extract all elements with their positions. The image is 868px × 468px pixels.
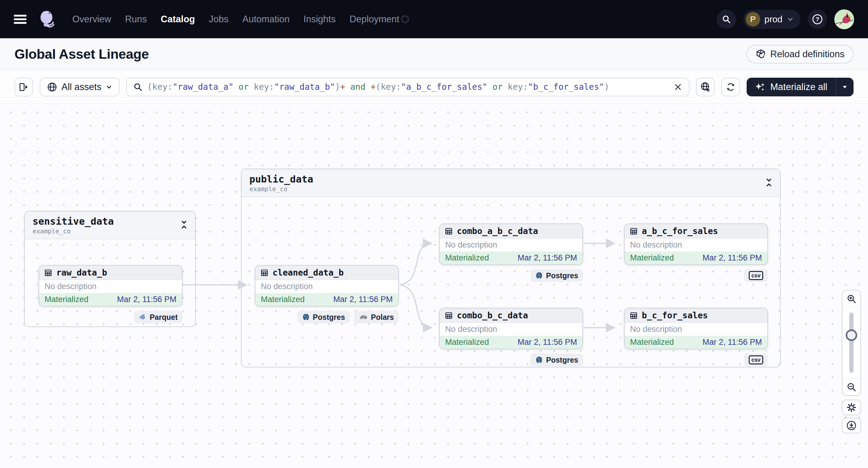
materialization-timestamp[interactable]: Mar 2, 11:56 PM [702,338,762,347]
asset-status-row: Materialized Mar 2, 11:56 PM [625,336,767,349]
parquet-badge[interactable]: Parquet [134,311,183,323]
nav-item-insights[interactable]: Insights [304,14,336,25]
hamburger-menu-icon[interactable] [14,15,27,24]
csv-icon: csv [749,271,763,280]
asset-scope-dropdown[interactable]: All assets [40,78,120,96]
nav-item-catalog[interactable]: Catalog [161,14,195,25]
status-badge: Materialized [445,253,489,262]
download-icon [846,420,857,431]
postgres-icon [302,313,310,321]
page-header: Global Asset Lineage Reload definitions [0,38,868,70]
asset-status-row: Materialized Mar 2, 11:56 PM [255,293,398,306]
postgres-badge[interactable]: Postgres [530,353,583,366]
asset-name: cleaned_data_b [273,268,344,278]
materialize-all-button[interactable]: Materialize all [747,78,854,96]
svg-text:?: ? [815,16,819,23]
materialization-timestamp[interactable]: Mar 2, 11:56 PM [518,253,577,262]
materialize-options-caret[interactable] [836,78,854,96]
materialization-timestamp[interactable]: Mar 2, 11:56 PM [518,338,577,347]
reload-definitions-button[interactable]: Reload definitions [746,45,854,64]
asset-scope-label: All assets [61,82,101,92]
panel-expand-icon [19,82,29,92]
asset-name: combo_a_b_c_data [457,226,538,236]
materialize-all-main[interactable]: Materialize all [747,78,836,96]
asset-node-header: raw_data_b [39,266,182,280]
materialization-timestamp[interactable]: Mar 2, 11:56 PM [117,295,177,304]
postgres-badge[interactable]: Postgres [297,311,350,323]
collapse-group-icon[interactable] [765,178,773,187]
nav-item-jobs[interactable]: Jobs [209,14,228,25]
table-icon [444,227,453,236]
table-icon [260,269,269,277]
asset-badges: Postgres [439,353,583,366]
status-badge: Materialized [445,338,489,347]
asset-node-header: cleaned_data_b [255,266,398,280]
help-icon: ? [812,13,823,25]
caret-down-icon [841,84,848,90]
postgres-icon [535,356,543,364]
top-nav: Overview Runs Catalog Jobs Automation In… [0,0,868,38]
postgres-badge[interactable]: Postgres [530,269,583,282]
asset-node-header: combo_a_b_c_data [440,224,583,239]
zoom-slider-thumb[interactable] [846,330,857,341]
asset-description: No description [625,239,767,251]
polars-icon [359,314,368,320]
asset-node-combo-a-b-c-data[interactable]: combo_a_b_c_data No description Material… [439,223,583,265]
deployment-switcher[interactable]: P prod [743,10,801,29]
status-badge: Materialized [630,338,674,347]
nav-item-runs[interactable]: Runs [125,14,147,25]
asset-node-raw-data-b[interactable]: raw_data_b No description Materialized M… [38,265,183,307]
csv-badge[interactable]: csv [744,269,768,282]
close-icon [674,83,682,91]
materialization-timestamp[interactable]: Mar 2, 11:56 PM [702,253,762,262]
nav-item-overview[interactable]: Overview [72,14,111,25]
toggle-sidebar-button[interactable] [14,78,33,96]
asset-status-row: Materialized Mar 2, 11:56 PM [625,251,767,264]
search-button[interactable] [717,10,736,29]
group-header[interactable]: public_data example_co [242,169,780,197]
globe-plus-icon [700,82,711,92]
asset-name: combo_b_c_data [457,311,528,320]
lineage-canvas[interactable]: sensitive_data example_co public_data ex… [0,104,868,468]
nav-right-cluster: P prod ? [717,9,854,29]
zoom-slider-track[interactable] [849,313,854,373]
asset-node-a-b-c-for-sales[interactable]: a_b_c_for_sales No description Materiali… [624,223,768,265]
asset-description: No description [255,280,398,293]
graph-settings-button[interactable] [842,400,861,415]
clear-search-button[interactable] [674,83,682,91]
nav-item-deployment[interactable]: Deployment [349,14,399,25]
zoom-in-button[interactable] [842,290,861,307]
asset-node-cleaned-data-b[interactable]: cleaned_data_b No description Materializ… [255,265,399,307]
sparkles-icon [755,82,765,92]
table-icon [629,227,638,236]
zoom-slider[interactable] [842,307,861,378]
asset-badges: csv [624,353,768,366]
csv-badge[interactable]: csv [744,353,768,366]
nav-item-automation[interactable]: Automation [243,14,290,25]
group-header[interactable]: sensitive_data example_co [25,211,195,239]
asset-search-input[interactable]: (key:"raw_data_a" or key:"raw_data_b")+ … [126,78,690,96]
asset-badges: Parquet [38,311,183,323]
user-avatar[interactable] [834,9,854,29]
asset-node-combo-b-c-data[interactable]: combo_b_c_data No description Materializ… [439,308,583,349]
refresh-button[interactable] [721,78,740,96]
polars-badge[interactable]: Polars [354,311,399,323]
badge-label: Postgres [313,313,345,322]
download-image-button[interactable] [842,418,861,433]
asset-node-b-c-for-sales[interactable]: b_c_for_sales No description Materialize… [624,308,768,349]
badge-label: Postgres [546,271,578,280]
zoom-in-icon [847,294,856,304]
asset-status-row: Materialized Mar 2, 11:56 PM [440,251,583,264]
asset-description: No description [39,280,182,293]
filter-settings-button[interactable] [696,78,715,96]
deployment-avatar: P [746,12,760,27]
asset-name: raw_data_b [56,268,107,278]
help-button[interactable]: ? [808,10,827,29]
dagster-logo-icon[interactable] [38,10,56,29]
group-title: sensitive_data [33,216,187,227]
collapse-group-icon[interactable] [180,220,188,229]
search-query[interactable]: (key:"raw_data_a" or key:"raw_data_b")+ … [147,82,669,92]
zoom-out-button[interactable] [842,378,861,395]
materialization-timestamp[interactable]: Mar 2, 11:56 PM [333,295,393,304]
table-icon [629,311,638,320]
